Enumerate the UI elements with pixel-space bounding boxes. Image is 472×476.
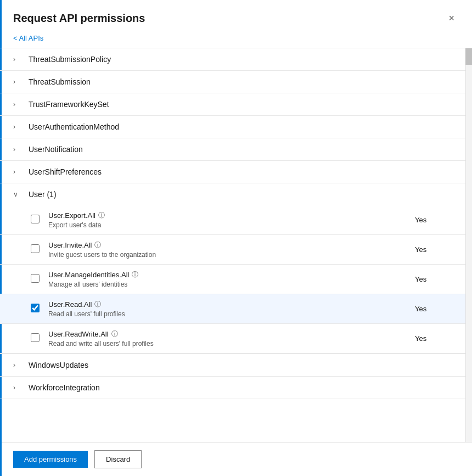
checkbox-wrap-user-readwrite-all[interactable] [31, 333, 40, 344]
permission-row-user-manage-identities-all: User.ManageIdentities.All ⓘ Manage all u… [0, 265, 472, 294]
chevron-down-icon: ∨ [13, 191, 22, 198]
collapsed-item-threatsubmissionpolicy[interactable]: ›ThreatSubmissionPolicy [0, 48, 472, 71]
perm-name-user-manage-identities-all: User.ManageIdentities.All ⓘ [48, 270, 415, 279]
perm-desc-user-read-all: Read all users' full profiles [48, 310, 415, 318]
permission-row-user-read-all: User.Read.All ⓘ Read all users' full pro… [0, 294, 472, 324]
collapsed-items-container: ›ThreatSubmissionPolicy›ThreatSubmission… [0, 48, 472, 183]
perm-name-user-export-all: User.Export.All ⓘ [48, 211, 415, 220]
info-icon-user-read-all[interactable]: ⓘ [94, 300, 101, 309]
admin-consent-user-export-all: Yes [415, 216, 459, 224]
chevron-right-icon: › [13, 55, 22, 63]
permission-row-user-invite-all: User.Invite.All ⓘ Invite guest users to … [0, 235, 472, 265]
info-icon-user-invite-all[interactable]: ⓘ [94, 240, 101, 250]
checkbox-user-read-all[interactable] [31, 304, 40, 312]
checkbox-wrap-user-read-all[interactable] [31, 304, 40, 314]
perm-desc-user-export-all: Export user's data [48, 221, 415, 229]
perm-info-user-read-all: User.Read.All ⓘ Read all users' full pro… [48, 300, 415, 318]
perm-info-user-readwrite-all: User.ReadWrite.All ⓘ Read and write all … [48, 329, 415, 348]
perm-name-user-readwrite-all: User.ReadWrite.All ⓘ [48, 329, 415, 339]
admin-consent-user-invite-all: Yes [415, 245, 459, 254]
bottom-items-container: ›WindowsUpdates›WorkforceIntegration [0, 354, 472, 399]
collapsed-item-usershiftpreferences[interactable]: ›UserShiftPreferences [0, 161, 472, 183]
content-area: ›ThreatSubmissionPolicy›ThreatSubmission… [0, 48, 472, 442]
bottom-item-windowsupdates[interactable]: ›WindowsUpdates [0, 354, 472, 377]
chevron-right-icon: › [13, 78, 22, 86]
perm-desc-user-manage-identities-all: Manage all users' identities [48, 281, 415, 288]
checkbox-wrap-user-invite-all[interactable] [31, 244, 40, 255]
close-button[interactable]: × [444, 11, 459, 25]
chevron-right-icon: › [13, 100, 22, 108]
checkbox-user-manage-identities-all[interactable] [31, 274, 40, 283]
back-link[interactable]: < All APIs [0, 32, 472, 48]
collapsed-item-userauthenticationmethod[interactable]: ›UserAuthenticationMethod [0, 116, 472, 138]
admin-consent-user-readwrite-all: Yes [415, 334, 459, 343]
info-icon-user-readwrite-all[interactable]: ⓘ [111, 329, 118, 339]
chevron-right-icon: › [13, 168, 22, 176]
perm-name-user-invite-all: User.Invite.All ⓘ [48, 240, 415, 250]
chevron-right-icon: › [13, 123, 22, 131]
perm-info-user-export-all: User.Export.All ⓘ Export user's data [48, 211, 415, 229]
info-icon-user-export-all[interactable]: ⓘ [98, 211, 105, 220]
collapsed-item-usernotification[interactable]: ›UserNotification [0, 138, 472, 161]
add-permissions-button[interactable]: Add permissions [13, 451, 88, 468]
checkbox-user-readwrite-all[interactable] [31, 333, 40, 342]
permissions-container: User.Export.All ⓘ Export user's data Yes… [0, 205, 472, 354]
dialog-footer: Add permissions Discard [0, 442, 472, 476]
perm-name-user-read-all: User.Read.All ⓘ [48, 300, 415, 309]
checkbox-wrap-user-manage-identities-all[interactable] [31, 274, 40, 284]
dialog: Request API permissions × < All APIs ›Th… [0, 0, 472, 476]
chevron-right-icon: › [13, 384, 22, 391]
perm-desc-user-invite-all: Invite guest users to the organization [48, 251, 415, 259]
chevron-right-icon: › [13, 361, 22, 369]
scrollbar-thumb[interactable] [465, 48, 472, 65]
permission-row-user-export-all: User.Export.All ⓘ Export user's data Yes [0, 205, 472, 235]
checkbox-user-export-all[interactable] [31, 215, 40, 223]
user-section: ∨ User (1) User.Export.All ⓘ Export user… [0, 183, 472, 354]
bottom-item-workforceintegration[interactable]: ›WorkforceIntegration [0, 377, 472, 399]
admin-consent-user-read-all: Yes [415, 305, 459, 313]
dialog-title: Request API permissions [13, 12, 145, 25]
admin-consent-user-manage-identities-all: Yes [415, 275, 459, 283]
discard-button[interactable]: Discard [94, 450, 142, 468]
checkbox-wrap-user-export-all[interactable] [31, 215, 40, 225]
dialog-header: Request API permissions × [0, 0, 472, 32]
checkbox-user-invite-all[interactable] [31, 244, 40, 253]
collapsed-item-trustframeworkkeyset[interactable]: ›TrustFrameworkKeySet [0, 93, 472, 116]
perm-info-user-manage-identities-all: User.ManageIdentities.All ⓘ Manage all u… [48, 270, 415, 288]
scrollbar-track[interactable] [465, 48, 472, 442]
perm-info-user-invite-all: User.Invite.All ⓘ Invite guest users to … [48, 240, 415, 259]
permission-row-user-readwrite-all: User.ReadWrite.All ⓘ Read and write all … [0, 324, 472, 354]
perm-desc-user-readwrite-all: Read and write all users' full profiles [48, 340, 415, 348]
user-section-label: User (1) [29, 190, 57, 199]
collapsed-item-threatsubmission[interactable]: ›ThreatSubmission [0, 71, 472, 93]
chevron-right-icon: › [13, 145, 22, 153]
info-icon-user-manage-identities-all[interactable]: ⓘ [132, 270, 138, 279]
user-section-header[interactable]: ∨ User (1) [0, 183, 472, 205]
